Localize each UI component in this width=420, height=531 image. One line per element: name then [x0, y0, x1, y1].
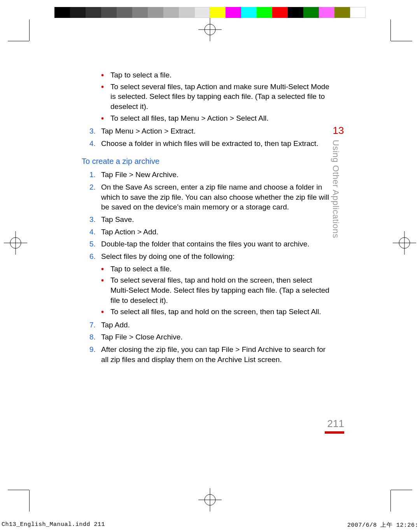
- step-text: Tap Action > Add.: [101, 228, 158, 236]
- bullet-text: To select all files, tap and hold on the…: [110, 308, 321, 316]
- crop-mark: [29, 19, 30, 41]
- page-number-accent: [325, 431, 344, 434]
- list-item: Tap to select a file.: [101, 264, 331, 274]
- list-item: 4.Choose a folder in which files will be…: [89, 139, 331, 149]
- step-text: Tap Menu > Action > Extract.: [101, 127, 196, 135]
- list-item: 1.Tap File > New Archive.: [89, 170, 331, 180]
- main-step-list: 1.Tap File > New Archive. 2.On the Save …: [89, 170, 331, 261]
- bullet-text: To select all files, tap Menu > Action >…: [110, 114, 269, 122]
- step-text: Tap File > New Archive.: [101, 171, 178, 179]
- list-item: 7.Tap Add.: [89, 320, 331, 330]
- step-number: 5.: [89, 239, 96, 249]
- list-item: 3.Tap Menu > Action > Extract.: [89, 126, 331, 136]
- step-text: Choose a folder in which files will be e…: [101, 139, 318, 148]
- registration-mark-icon: [198, 488, 222, 512]
- footer-file: Ch13_English_Manual.indd 211: [2, 521, 105, 529]
- step-text: Tap Add.: [101, 321, 130, 329]
- registration-mark-icon: [393, 231, 416, 255]
- crop-mark: [8, 490, 29, 490]
- print-footer: Ch13_English_Manual.indd 211 2007/6/8 上午…: [2, 521, 418, 529]
- list-item: 5.Double-tap the folder that contains th…: [89, 239, 331, 249]
- crop-mark: [390, 490, 391, 512]
- list-item: 2.On the Save As screen, enter a zip fil…: [89, 182, 331, 212]
- bullet-text: To select several files, tap Action and …: [110, 83, 329, 111]
- section-heading: To create a zip archive: [82, 156, 331, 167]
- step-number: 4.: [89, 139, 96, 149]
- step-number: 9.: [89, 345, 96, 355]
- list-item: To select all files, tap and hold on the…: [101, 307, 331, 317]
- page-number-block: 211: [325, 418, 344, 434]
- registration-mark-icon: [4, 231, 27, 255]
- step-number: 2.: [89, 182, 96, 192]
- crop-mark: [391, 41, 412, 41]
- chapter-number: 13: [331, 125, 346, 137]
- step-text: After closing the zip file, you can tap …: [101, 345, 326, 364]
- crop-mark: [390, 19, 391, 41]
- list-item: 6.Select files by doing one of the follo…: [89, 251, 331, 262]
- step-number: 7.: [89, 320, 96, 330]
- bullet-text: To select several files, tap and hold on…: [110, 276, 329, 304]
- step-number: 8.: [89, 332, 96, 342]
- step-number: 3.: [89, 126, 96, 136]
- step-text: Double-tap the folder that contains the …: [101, 240, 309, 248]
- step-number: 1.: [89, 170, 96, 180]
- sub-bullet-list: Tap to select a file. To select several …: [101, 264, 331, 317]
- crop-mark: [29, 490, 30, 512]
- chapter-tab: 13 Using Other Applications: [331, 125, 346, 238]
- intro-step-list: 3.Tap Menu > Action > Extract. 4.Choose …: [89, 126, 331, 148]
- list-item: To select several files, tap and hold on…: [101, 275, 331, 305]
- bullet-text: Tap to select a file.: [110, 71, 172, 79]
- list-item: 9.After closing the zip file, you can ta…: [89, 345, 331, 364]
- intro-bullet-list: Tap to select a file. To select several …: [101, 70, 331, 123]
- list-item: 3.Tap Save.: [89, 215, 331, 225]
- list-item: 8.Tap File > Close Archive.: [89, 332, 331, 342]
- list-item: Tap to select a file.: [101, 70, 331, 80]
- after-step-list: 7.Tap Add. 8.Tap File > Close Archive. 9…: [89, 320, 331, 365]
- chapter-title: Using Other Applications: [331, 140, 341, 238]
- registration-mark-icon: [198, 18, 222, 41]
- step-text: Tap File > Close Archive.: [101, 333, 183, 341]
- step-text: Tap Save.: [101, 215, 134, 223]
- bullet-text: Tap to select a file.: [110, 265, 172, 273]
- list-item: 4.Tap Action > Add.: [89, 227, 331, 237]
- color-calibration-bar: [54, 7, 366, 18]
- page-number: 211: [325, 418, 344, 430]
- list-item: To select all files, tap Menu > Action >…: [101, 113, 331, 123]
- step-number: 4.: [89, 227, 96, 237]
- page-content: Tap to select a file. To select several …: [82, 70, 331, 367]
- crop-mark: [8, 41, 29, 41]
- step-number: 3.: [89, 215, 96, 225]
- footer-date: 2007/6/8 上午 12:26:: [347, 521, 418, 529]
- step-text: Select files by doing one of the followi…: [101, 252, 234, 260]
- list-item: To select several files, tap Action and …: [101, 82, 331, 112]
- step-text: On the Save As screen, enter a zip file …: [101, 183, 329, 211]
- step-number: 6.: [89, 251, 96, 262]
- crop-mark: [391, 490, 412, 490]
